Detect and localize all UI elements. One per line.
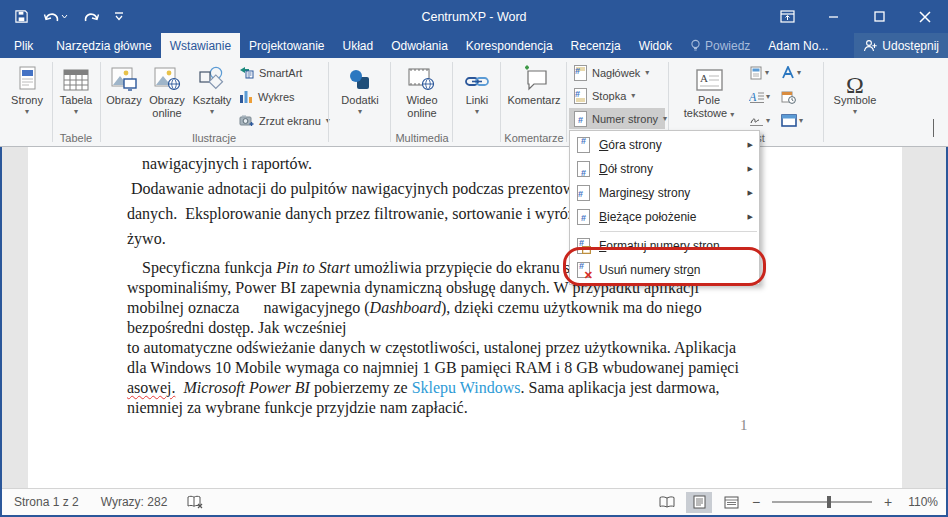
ribbon-tabs: Plik Narzędzia główne Wstawianie Projekt… (0, 33, 948, 58)
stopka-button[interactable]: Stopka ▾ (569, 85, 665, 106)
ribbon-group-strony: Strony ▾ (2, 58, 50, 146)
dropdown-arrow-icon: ▾ (663, 114, 667, 123)
group-label-ilustracje: Ilustracje (102, 132, 326, 144)
wordart-button[interactable]: ▾ (776, 62, 801, 83)
zoom-in-button[interactable]: + (882, 494, 894, 510)
obrazy-button[interactable]: Obrazy (104, 60, 144, 107)
menu-item-gora-strony[interactable]: Góra strony ▶ (570, 133, 759, 157)
online-video-icon (408, 60, 436, 92)
wykres-button[interactable]: Wykres (234, 86, 295, 107)
comment-icon (520, 60, 548, 92)
zoom-out-button[interactable]: − (750, 494, 762, 510)
word-count[interactable]: Wyrazy: 282 (101, 495, 168, 509)
status-bar: Strona 1 z 2 Wyrazy: 282 − + 110% (2, 488, 946, 515)
strony-button[interactable]: Strony ▾ (6, 60, 48, 116)
tab-plik[interactable]: Plik (0, 33, 47, 58)
ribbon-display-options-icon[interactable] (764, 0, 810, 33)
naglowek-button[interactable]: Nagłówek ▾ (569, 62, 665, 83)
dropdown-arrow-icon: ▾ (475, 107, 479, 116)
dropdown-arrow-icon: ▾ (25, 107, 29, 116)
signature-line-button[interactable]: ▾ (744, 110, 770, 131)
dodatki-button[interactable]: Dodatki ▾ (338, 60, 382, 116)
doc-line: nawigacyjnych i raportów. (127, 151, 872, 176)
maximize-button[interactable] (856, 0, 902, 33)
drop-cap-button[interactable]: A▾ (744, 86, 770, 107)
submenu-arrow-icon: ▶ (748, 189, 753, 197)
print-layout-button[interactable] (686, 492, 712, 513)
tab-odwolania[interactable]: Odwołania (382, 33, 457, 58)
svg-text:A: A (749, 90, 757, 103)
komentarz-button[interactable]: Komentarz (505, 60, 563, 107)
zoom-slider[interactable] (772, 501, 872, 503)
tab-narzedzia-glowne[interactable]: Narzędzia główne (47, 33, 160, 58)
share-person-icon (863, 39, 877, 52)
object-button[interactable]: ▾ (776, 110, 803, 131)
doc-line: mobilnej oznacza nawigacyjnego (Dashboar… (127, 298, 872, 318)
smartart-icon (239, 66, 254, 79)
wideo-online-button[interactable]: Wideoonline (397, 60, 447, 120)
read-mode-button[interactable] (654, 492, 680, 513)
doc-line: dla Windows 10 Mobile wymaga co najmniej… (127, 358, 872, 378)
date-time-icon (781, 90, 796, 104)
signature-line-icon (749, 114, 764, 127)
word-window: CentrumXP - Word Plik Narzędzia główne W… (0, 0, 948, 517)
tell-me-box[interactable]: Powiedz (681, 33, 759, 58)
tab-wstawianie[interactable]: Wstawianie (161, 33, 240, 58)
ribbon-group-linki: Linki ▾ (455, 58, 499, 146)
tab-widok[interactable]: Widok (630, 33, 681, 58)
share-button[interactable]: Udostępnij (854, 33, 948, 58)
numer-strony-button[interactable]: Numer strony ▾ (569, 108, 665, 129)
account-name[interactable]: Adam No... (759, 33, 837, 58)
text-box-icon: A (696, 60, 723, 92)
minimize-button[interactable] (810, 0, 856, 33)
quick-parts-icon (749, 66, 763, 80)
menu-item-biezace-polozenie[interactable]: Bieżące położenie ▶ (570, 205, 759, 229)
menu-item-dol-strony[interactable]: Dół strony ▶ (570, 157, 759, 181)
group-label-komentarze: Komentarze (503, 132, 565, 144)
page-indicator[interactable]: Strona 1 z 2 (14, 495, 79, 509)
save-icon[interactable] (14, 9, 29, 24)
document-page[interactable]: nawigacyjnych i raportów. Dodawanie adno… (28, 147, 902, 488)
ribbon-group-tabele: Tabela ▾ Tabele (54, 58, 98, 146)
customize-qat-icon[interactable] (114, 12, 124, 21)
web-layout-button[interactable] (718, 492, 744, 513)
close-button[interactable] (902, 0, 948, 33)
dropdown-arrow-icon: ▾ (631, 91, 635, 100)
quick-parts-button[interactable]: ▾ (744, 62, 769, 83)
ksztalty-button[interactable]: Kształty ▾ (190, 60, 234, 116)
zoom-slider-thumb[interactable] (827, 496, 831, 508)
remove-page-numbers-icon: ✕ (577, 262, 590, 278)
tab-recenzja[interactable]: Recenzja (562, 33, 630, 58)
obrazy-online-button[interactable]: Obrazyonline (144, 60, 190, 120)
tab-projektowanie[interactable]: Projektowanie (240, 33, 333, 58)
smartart-button[interactable]: SmartArt (234, 62, 302, 83)
linki-button[interactable]: Linki ▾ (459, 60, 495, 116)
menu-item-marginesy-strony[interactable]: Marginesy strony ▶ (570, 181, 759, 205)
doc-line: bezpośredni dostęp. Jak wcześniej (127, 318, 872, 338)
tab-korespondencja[interactable]: Korespondencja (457, 33, 562, 58)
collapse-ribbon-button[interactable] (933, 120, 934, 138)
picture-icon (111, 60, 138, 92)
dropdown-arrow-icon: ▾ (645, 68, 649, 77)
tab-uklad[interactable]: Układ (333, 33, 382, 58)
date-time-button[interactable] (776, 86, 796, 107)
menu-item-usun-numery-stron[interactable]: ✕ Usuń numery stron (570, 258, 759, 282)
tabela-button[interactable]: Tabela ▾ (56, 60, 96, 116)
page-number-bottom-icon (577, 161, 590, 177)
submenu-arrow-icon: ▶ (748, 213, 753, 221)
vertical-scrollbar[interactable] (902, 147, 946, 488)
zrzut-ekranu-button[interactable]: Zrzut ekranu ▾ (234, 110, 330, 131)
add-ins-icon (348, 60, 372, 92)
pole-tekstowe-button[interactable]: A Poletekstowe ▾ (678, 60, 740, 120)
symbole-button[interactable]: Ω Symbole ▾ (829, 60, 881, 116)
menu-item-formatuj-numery-stron[interactable]: Formatuj numery stron... (570, 234, 759, 258)
submenu-arrow-icon: ▶ (748, 165, 753, 173)
page-number-top-icon (577, 137, 590, 153)
redo-button[interactable] (82, 10, 100, 24)
zoom-level[interactable]: 110% (900, 495, 938, 509)
proofing-status-icon[interactable] (187, 495, 204, 509)
undo-button[interactable] (43, 10, 68, 24)
object-icon (781, 114, 797, 127)
undo-dropdown-icon (61, 14, 68, 19)
wordart-icon (781, 66, 795, 80)
